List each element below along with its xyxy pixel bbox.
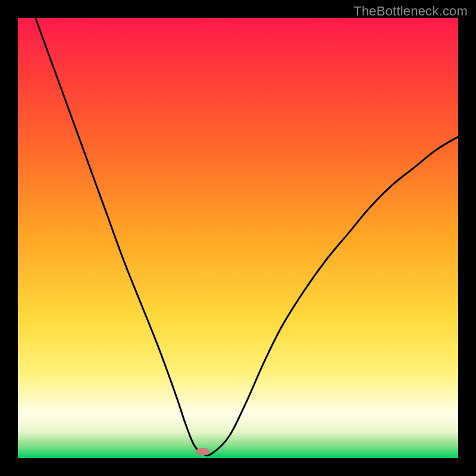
plot-area — [18, 18, 458, 458]
chart-frame: TheBottleneck.com — [0, 0, 476, 476]
attribution-text: TheBottleneck.com — [353, 4, 468, 19]
optimal-point-marker — [196, 448, 209, 455]
bottleneck-curve — [18, 18, 458, 458]
